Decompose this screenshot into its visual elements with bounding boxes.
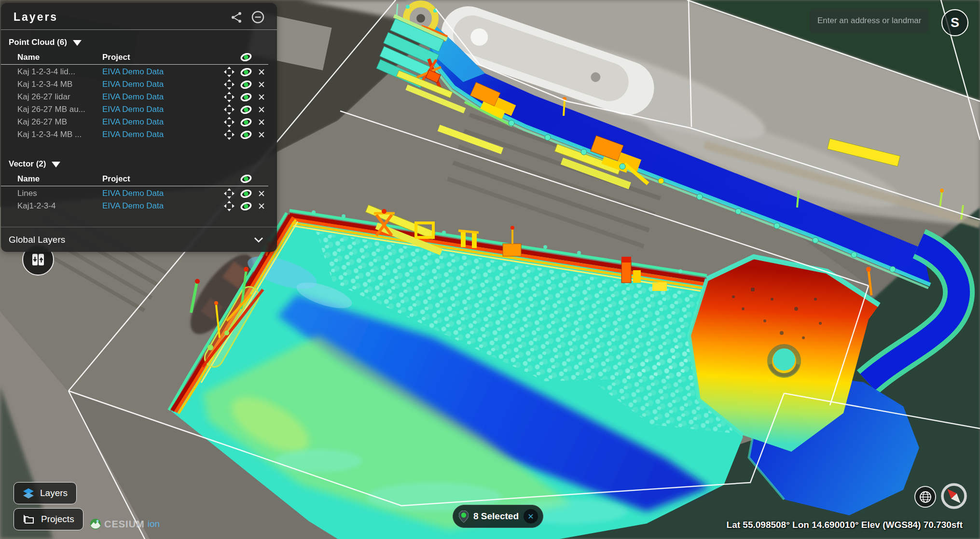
section-caret-icon[interactable] <box>73 40 82 46</box>
move-layer-icon[interactable] <box>221 79 237 90</box>
column-project: Project <box>102 53 221 62</box>
layer-name: Lines <box>17 189 102 198</box>
toggle-all-visibility-icon[interactable] <box>237 53 255 61</box>
layer-row[interactable]: Kaj 26-27 MB au... EIVA Demo Data ✕ <box>1 103 277 116</box>
project-link[interactable]: EIVA Demo Data <box>102 201 221 211</box>
ion-wordmark: ion <box>148 519 160 529</box>
layer-row[interactable]: Kaj 1-2-3-4 MB EIVA Demo Data ✕ <box>1 78 277 91</box>
visibility-eye-icon[interactable] <box>237 202 255 210</box>
layers-icon <box>23 487 34 499</box>
layer-row[interactable]: Kaj 26-27 MB EIVA Demo Data ✕ <box>1 116 277 128</box>
move-layer-icon[interactable] <box>221 92 237 102</box>
move-layer-icon[interactable] <box>221 104 237 115</box>
layers-toggle-button[interactable]: Layers <box>14 482 77 504</box>
layer-name: Kaj 26-27 MB au... <box>17 105 102 114</box>
project-link[interactable]: EIVA Demo Data <box>102 130 221 139</box>
share-icon[interactable] <box>230 11 243 24</box>
column-name: Name <box>17 53 102 62</box>
layer-name: Kaj1-2-3-4 <box>17 201 102 211</box>
layers-panel-header: Layers <box>1 3 277 30</box>
global-layers-label: Global Layers <box>9 235 65 245</box>
section-vector: Vector (2) Name Project Lines EIVA Demo … <box>1 152 277 212</box>
section-point-cloud: Point Cloud (6) Name Project Kaj 1-2-3-4… <box>1 30 277 141</box>
clear-selection-button[interactable]: ✕ <box>524 509 538 524</box>
globe-icon <box>919 491 932 503</box>
layer-row[interactable]: Lines EIVA Demo Data ✕ <box>1 187 277 200</box>
cesium-ion-logo[interactable]: CESIUM ion <box>90 518 160 530</box>
move-layer-icon[interactable] <box>221 67 237 77</box>
cesium-wordmark: CESIUM <box>104 519 145 530</box>
layers-panel: Layers Point Cloud (6) Name Project <box>1 3 277 252</box>
visibility-eye-icon[interactable] <box>237 81 255 89</box>
remove-layer-icon[interactable]: ✕ <box>255 80 268 89</box>
swipe-compare-icon <box>31 252 45 267</box>
project-link[interactable]: EIVA Demo Data <box>102 117 221 127</box>
avatar[interactable]: S <box>941 9 968 36</box>
visibility-eye-icon[interactable] <box>237 106 255 114</box>
layers-button-label: Layers <box>40 488 68 498</box>
layer-row[interactable]: Kaj 26-27 lidar EIVA Demo Data ✕ <box>1 91 277 103</box>
move-layer-icon[interactable] <box>221 129 237 140</box>
toggle-all-visibility-icon[interactable] <box>237 175 255 183</box>
visibility-eye-icon[interactable] <box>237 68 255 76</box>
move-layer-icon[interactable] <box>221 117 237 127</box>
remove-layer-icon[interactable]: ✕ <box>255 118 268 127</box>
remove-layer-icon[interactable]: ✕ <box>255 93 268 102</box>
visibility-eye-icon[interactable] <box>237 93 255 101</box>
layer-row[interactable]: Kaj1-2-3-4 EIVA Demo Data ✕ <box>1 200 277 212</box>
global-layers-toggle[interactable]: Global Layers <box>1 227 277 252</box>
section-caret-icon[interactable] <box>52 162 60 167</box>
table-header: Name Project <box>1 172 268 186</box>
search-input[interactable] <box>810 8 929 33</box>
projects-button[interactable]: Projects <box>14 508 83 530</box>
layer-name: Kaj 1-2-3-4 MB <box>17 80 102 89</box>
project-link[interactable]: EIVA Demo Data <box>102 105 221 114</box>
section-label: Vector (2) <box>9 159 46 169</box>
project-link[interactable]: EIVA Demo Data <box>102 67 221 77</box>
visibility-eye-icon[interactable] <box>237 118 255 126</box>
section-label: Point Cloud (6) <box>9 38 67 47</box>
project-link[interactable]: EIVA Demo Data <box>102 189 221 198</box>
layer-name: Kaj 1-2-3-4 MB ... <box>17 130 102 139</box>
table-header: Name Project <box>1 50 268 65</box>
remove-layer-icon[interactable]: ✕ <box>255 105 268 114</box>
cesium-globe-icon <box>90 518 101 530</box>
map-viewport[interactable]: Layers Point Cloud (6) Name Project <box>0 0 980 539</box>
visibility-eye-icon[interactable] <box>237 131 255 139</box>
layer-name: Kaj 1-2-3-4 lid... <box>17 67 102 77</box>
selection-count: 8 Selected <box>473 511 519 522</box>
layer-row[interactable]: Kaj 1-2-3-4 lid... EIVA Demo Data ✕ <box>1 66 277 78</box>
layer-row[interactable]: Kaj 1-2-3-4 MB ... EIVA Demo Data ✕ <box>1 128 277 141</box>
vector-rows: Lines EIVA Demo Data ✕ Kaj1-2-3-4 EIVA D… <box>1 187 277 212</box>
project-link[interactable]: EIVA Demo Data <box>102 80 221 89</box>
column-project: Project <box>102 174 221 184</box>
move-layer-icon[interactable] <box>221 201 237 211</box>
layer-name: Kaj 26-27 lidar <box>17 92 102 102</box>
visibility-eye-icon[interactable] <box>237 190 255 198</box>
panel-title: Layers <box>14 11 58 24</box>
collapse-panel-icon[interactable] <box>251 11 264 24</box>
folder-icon <box>23 514 35 525</box>
compass-needle <box>945 486 964 506</box>
project-link[interactable]: EIVA Demo Data <box>102 92 221 102</box>
chevron-down-icon <box>254 237 263 243</box>
point-cloud-rows: Kaj 1-2-3-4 lid... EIVA Demo Data ✕ Kaj … <box>1 66 277 141</box>
selection-badge: 8 Selected ✕ <box>453 505 543 528</box>
move-layer-icon[interactable] <box>221 188 237 199</box>
avatar-initial: S <box>951 15 959 30</box>
layer-name: Kaj 26-27 MB <box>17 117 102 127</box>
remove-layer-icon[interactable]: ✕ <box>255 130 268 139</box>
remove-layer-icon[interactable]: ✕ <box>255 68 268 77</box>
pin-icon <box>459 511 469 523</box>
compass-control[interactable] <box>940 482 968 510</box>
globe-view-button[interactable] <box>914 486 936 508</box>
remove-layer-icon[interactable]: ✕ <box>255 202 268 211</box>
remove-layer-icon[interactable]: ✕ <box>255 189 268 198</box>
projects-button-label: Projects <box>41 514 74 525</box>
column-name: Name <box>17 174 102 184</box>
status-coordinates: Lat 55.098508° Lon 14.690010° Elev (WGS8… <box>727 520 963 530</box>
